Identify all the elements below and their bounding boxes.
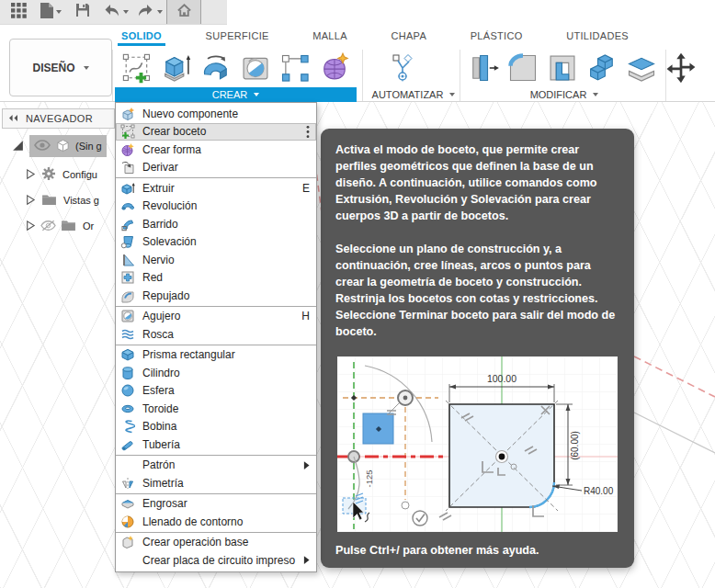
offset-dimension-label: -125 — [364, 469, 374, 487]
menu-item-label: Crear forma — [142, 143, 302, 156]
menu-item-crear-placa-de-circuito-impreso[interactable]: Crear placa de circuito impreso — [116, 551, 316, 570]
menu-item-repujado[interactable]: Repujado — [116, 287, 316, 305]
redo-button[interactable] — [132, 0, 167, 24]
menu-item-agujero[interactable]: AgujeroH — [116, 308, 316, 326]
modificar-group-button[interactable]: MODIFICAR — [465, 87, 664, 102]
expander-open-icon[interactable] — [11, 139, 25, 154]
menu-item-label: Rosca — [142, 328, 302, 341]
crear-group-button[interactable]: CREAR — [115, 87, 357, 102]
tab-utilidades[interactable]: UTILIDADES — [562, 28, 632, 46]
menu-item-label: Agujero — [142, 310, 294, 322]
menu-item-rosca[interactable]: Rosca — [116, 325, 316, 344]
menu-item-label: Repujado — [142, 289, 302, 302]
sweep-icon — [120, 217, 136, 232]
menu-item-simetria[interactable]: Simetría — [116, 474, 316, 492]
pattern-tool[interactable] — [277, 50, 313, 86]
revolve-s-icon — [120, 198, 136, 213]
tab-chapa[interactable]: CHAPA — [387, 28, 430, 46]
home-view-button[interactable] — [166, 0, 201, 24]
automatizar-group-button[interactable]: AUTOMATIZAR — [364, 87, 463, 102]
menu-separator — [116, 345, 316, 345]
hole-tool[interactable] — [237, 50, 274, 86]
tree-item-label: Or — [83, 220, 94, 232]
shell-tool[interactable] — [544, 50, 581, 86]
blank-icon — [120, 553, 136, 568]
tab-solido[interactable]: SOLIDO — [118, 28, 165, 46]
expander-closed-icon[interactable] — [24, 220, 36, 233]
design-workspace-label: DISEÑO — [32, 62, 74, 74]
menu-item-tuberia[interactable]: Tubería — [116, 435, 316, 454]
folder-icon — [41, 194, 57, 208]
box-icon — [120, 347, 136, 362]
crear-menu: Nuevo componenteCrear bocetoCrear formaD… — [115, 102, 317, 572]
crear-menu-items: Nuevo componenteCrear bocetoCrear formaD… — [116, 105, 316, 570]
width-dimension-label: 100.00 — [487, 373, 516, 384]
menu-item-crear-boceto[interactable]: Crear boceto — [116, 123, 316, 141]
automatizar-group-label: AUTOMATIZAR — [372, 89, 444, 100]
split-body-tool[interactable] — [623, 50, 660, 86]
menu-item-crear-operacion-base[interactable]: Crear operación base — [116, 534, 316, 552]
menu-item-esfera[interactable]: Esfera — [116, 382, 316, 401]
menu-item-toroide[interactable]: Toroide — [116, 400, 316, 418]
revolve-tool[interactable] — [198, 50, 234, 86]
menu-item-nervio[interactable]: Nervio — [116, 251, 316, 269]
ribbon-separator — [362, 50, 363, 101]
undo-button[interactable] — [98, 0, 133, 24]
navigator-tree: (Sin g Configu Vistas g Or — [0, 129, 115, 248]
app-grid-button[interactable] — [6, 0, 31, 24]
menu-item-nuevo-componente[interactable]: Nuevo componente — [116, 105, 316, 123]
boundary-fill-icon — [120, 514, 136, 529]
expander-closed-icon[interactable] — [24, 168, 36, 182]
menu-item-red[interactable]: Red — [116, 269, 316, 288]
extrude-tool[interactable] — [158, 50, 195, 86]
tree-item-origen[interactable]: Or — [24, 215, 94, 237]
modificar-tools — [465, 49, 699, 87]
tab-plastico[interactable]: PLÁSTICO — [467, 28, 527, 46]
menu-item-llenado-de-contorno[interactable]: Llenado de contorno — [116, 513, 316, 531]
press-pull-tool[interactable] — [465, 50, 502, 86]
menu-item-revolucion[interactable]: Revolución — [116, 198, 316, 216]
crear-group-label: CREAR — [212, 89, 248, 100]
pipe-icon — [120, 437, 136, 452]
menu-item-derivar[interactable]: Derivar — [116, 159, 316, 177]
scripts-tool[interactable] — [384, 50, 421, 86]
expander-closed-icon[interactable] — [24, 194, 36, 208]
menu-item-extruir[interactable]: ExtruirE — [116, 179, 316, 198]
collapse-left-icon — [8, 113, 18, 124]
fillet-tool[interactable] — [505, 50, 541, 86]
derive-icon — [120, 160, 136, 175]
hole-s-icon — [120, 309, 136, 323]
tree-item-vistas[interactable]: Vistas g — [24, 189, 99, 211]
tab-malla[interactable]: MALLA — [309, 28, 351, 46]
create-form-tool[interactable] — [316, 50, 353, 86]
file-menu-button[interactable] — [34, 0, 67, 24]
caret-down-icon — [157, 10, 163, 14]
tree-item-configuracion[interactable]: Configu — [24, 164, 97, 186]
design-workspace-button[interactable]: DISEÑO — [9, 39, 112, 96]
menu-item-barrido[interactable]: Barrido — [116, 215, 316, 233]
menu-item-label: Engrosar — [142, 497, 302, 510]
menu-item-engrosar[interactable]: Engrosar — [116, 495, 316, 514]
ribbon-separator — [112, 50, 113, 101]
eye-hidden-icon[interactable] — [40, 220, 56, 233]
menu-item-solevacion[interactable]: Solevación — [116, 233, 316, 252]
crear-tools — [119, 49, 353, 87]
menu-item-prisma-rectangular[interactable]: Prisma rectangular — [116, 346, 316, 365]
menu-item-crear-forma[interactable]: Crear forma — [116, 141, 316, 159]
menu-item-label: Extruir — [142, 182, 295, 195]
tree-item-label: (Sin g — [75, 141, 102, 152]
tree-item-document[interactable]: (Sin g — [11, 135, 107, 157]
eye-icon[interactable] — [34, 140, 51, 153]
loft-icon — [120, 234, 136, 249]
combine-tool[interactable] — [584, 50, 620, 86]
move-copy-tool[interactable] — [663, 50, 699, 86]
create-sketch-tool[interactable] — [119, 50, 155, 86]
menu-item-bobina[interactable]: Bobina — [116, 418, 316, 436]
undo-icon — [103, 4, 120, 21]
menu-item-cilindro[interactable]: Cilindro — [116, 364, 316, 382]
navigator-header[interactable]: NAVEGADOR — [2, 108, 115, 129]
tab-superficie[interactable]: SUPERFICIE — [202, 28, 273, 46]
save-button[interactable] — [70, 0, 96, 24]
menu-item-label: Patrón — [142, 458, 296, 471]
menu-item-patron[interactable]: Patrón — [116, 457, 316, 475]
